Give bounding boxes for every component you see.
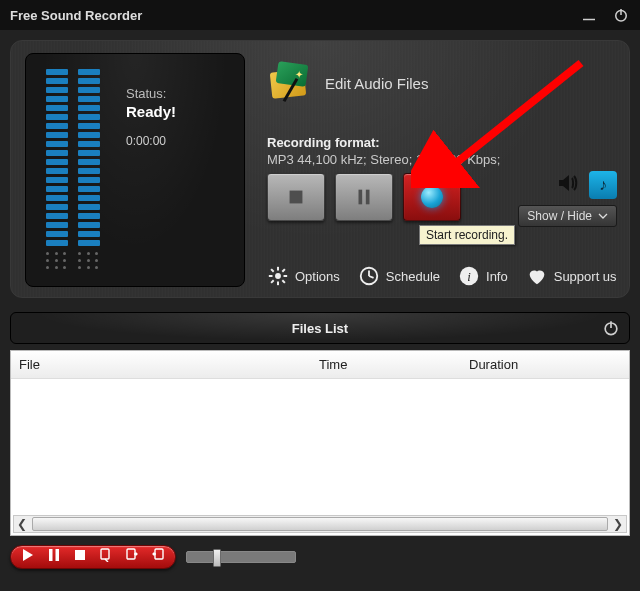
play-button[interactable] <box>21 548 35 566</box>
import-file-button[interactable] <box>125 548 139 566</box>
player-controls <box>10 545 176 569</box>
svg-rect-23 <box>49 549 53 561</box>
svg-rect-5 <box>366 190 370 205</box>
speaker-icon[interactable] <box>555 171 579 199</box>
col-time[interactable]: Time <box>311 351 461 379</box>
svg-rect-3 <box>290 191 303 204</box>
minimize-button[interactable] <box>580 6 598 24</box>
options-label: Options <box>295 269 340 284</box>
chevron-down-icon <box>598 211 608 221</box>
recording-format-title: Recording format: <box>267 135 500 150</box>
record-icon <box>421 186 443 208</box>
files-list-power-button[interactable] <box>601 318 621 341</box>
volume-slider-knob[interactable] <box>213 549 221 567</box>
music-note-icon[interactable]: ♪ <box>589 171 617 199</box>
clock-icon <box>358 265 380 287</box>
options-button[interactable]: Options <box>267 265 340 287</box>
recording-format-detail: MP3 44,100 kHz; Stereo; 128-320 Kbps; <box>267 152 500 167</box>
edit-audio-label: Edit Audio Files <box>325 75 428 92</box>
heart-icon <box>526 265 548 287</box>
svg-rect-4 <box>359 190 363 205</box>
scroll-right-arrow[interactable]: ❯ <box>610 516 626 532</box>
edit-audio-icon: ✦ <box>267 61 311 105</box>
power-button[interactable] <box>612 6 630 24</box>
player-pause-button[interactable] <box>47 548 61 566</box>
files-list-title: Files List <box>292 321 348 336</box>
open-file-button[interactable] <box>99 548 113 566</box>
gear-icon <box>267 265 289 287</box>
show-hide-label: Show / Hide <box>527 209 592 223</box>
svg-line-14 <box>271 280 274 283</box>
svg-line-11 <box>271 269 274 272</box>
level-meter-left <box>46 66 68 246</box>
schedule-button[interactable]: Schedule <box>358 265 440 287</box>
horizontal-scrollbar[interactable]: ❮ ❯ <box>13 515 627 533</box>
files-list-table[interactable]: File Time Duration ❮ ❯ <box>10 350 630 536</box>
info-button[interactable]: i Info <box>458 265 508 287</box>
stop-button[interactable] <box>267 173 325 221</box>
annotation-arrow <box>411 53 601 188</box>
edit-audio-files[interactable]: ✦ Edit Audio Files <box>267 61 428 105</box>
pause-button[interactable] <box>335 173 393 221</box>
support-button[interactable]: Support us <box>526 265 617 287</box>
volume-slider[interactable] <box>186 551 296 563</box>
export-file-button[interactable] <box>151 548 165 566</box>
show-hide-dropdown[interactable]: Show / Hide <box>518 205 617 227</box>
app-title: Free Sound Recorder <box>10 8 566 23</box>
scroll-thumb[interactable] <box>32 517 608 531</box>
svg-line-17 <box>369 276 374 278</box>
info-icon: i <box>458 265 480 287</box>
svg-rect-25 <box>75 550 85 560</box>
status-value: Ready! <box>126 103 176 120</box>
svg-rect-24 <box>56 549 60 561</box>
level-meter: Status: Ready! 0:00:00 <box>25 53 245 287</box>
svg-rect-27 <box>127 549 135 559</box>
record-button[interactable] <box>403 173 461 221</box>
status-time: 0:00:00 <box>126 134 176 148</box>
svg-line-13 <box>282 269 285 272</box>
player-stop-button[interactable] <box>73 548 87 566</box>
level-meter-right <box>78 66 100 246</box>
svg-line-12 <box>282 280 285 283</box>
svg-rect-26 <box>101 549 109 559</box>
svg-point-6 <box>275 273 281 279</box>
schedule-label: Schedule <box>386 269 440 284</box>
col-duration[interactable]: Duration <box>461 351 629 379</box>
svg-rect-28 <box>155 549 163 559</box>
record-tooltip: Start recording. <box>419 225 515 245</box>
svg-text:i: i <box>467 270 471 284</box>
scroll-left-arrow[interactable]: ❮ <box>14 516 30 532</box>
status-label: Status: <box>126 86 176 101</box>
col-file[interactable]: File <box>11 351 311 379</box>
info-label: Info <box>486 269 508 284</box>
support-label: Support us <box>554 269 617 284</box>
